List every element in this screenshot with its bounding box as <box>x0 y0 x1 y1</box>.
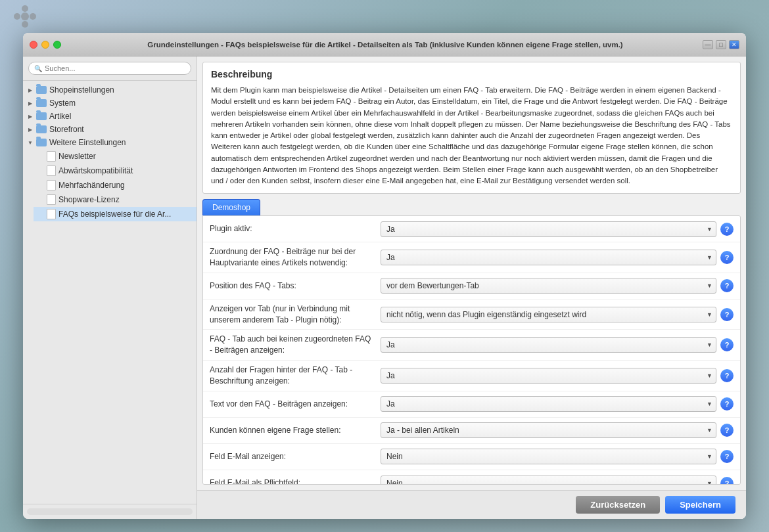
search-input-wrap[interactable]: 🔍 <box>28 62 191 75</box>
settings-row-position-faq-tab: Position des FAQ - Tabs:vor dem Bewertun… <box>203 273 740 299</box>
window-body: 🔍 ▶ Shopeinstellungen ▶ System <box>23 56 746 519</box>
settings-control-faq-tab-keine-beitraege: JaNein▼? <box>381 337 734 353</box>
help-button-plugin-aktiv[interactable]: ? <box>720 223 734 236</box>
file-icon-mehrfach <box>47 180 56 190</box>
sidebar-label-weitere: Weitere Einstellungen <box>49 138 126 147</box>
settings-label-zuordnung-hauptvariante: Zuordnung der FAQ - Beiträge nur bei der… <box>210 246 381 269</box>
window-ctrl-minimize[interactable]: — <box>703 40 713 49</box>
settings-label-position-faq-tab: Position des FAQ - Tabs: <box>210 280 381 292</box>
sidebar-item-storefront[interactable]: ▶ Storefront <box>23 123 197 136</box>
select-plugin-aktiv[interactable]: JaNein <box>381 221 716 237</box>
settings-control-anzahl-fragen-beschriftung: JaNein▼? <box>381 368 734 384</box>
help-button-kunden-frage-stellen[interactable]: ? <box>720 424 734 437</box>
sidebar-item-weitere-einstellungen[interactable]: ▼ Weitere Einstellungen <box>23 136 197 149</box>
folder-icon-shopeinstellungen <box>36 86 47 94</box>
settings-row-feld-email-pflichtfeld: Feld E-Mail als Pflichtfeld:NeinJa▼? <box>203 470 740 485</box>
reset-button[interactable]: Zurücksetzen <box>576 496 660 514</box>
sidebar-item-faqs[interactable]: ▶ FAQs beispielsweise für die Ar... <box>34 207 197 221</box>
sidebar-item-system[interactable]: ▶ System <box>23 97 197 110</box>
search-icon: 🔍 <box>34 65 42 72</box>
tabs-bar: Demoshop <box>197 199 746 215</box>
description-box: Beschreibung Mit dem Plugin kann man bei… <box>202 62 741 194</box>
tree-toggle-weitere: ▼ <box>27 139 34 146</box>
help-button-position-faq-tab[interactable]: ? <box>720 279 734 292</box>
sidebar-item-artikel[interactable]: ▶ Artikel <box>23 110 197 123</box>
main-content: Beschreibung Mit dem Plugin kann man bei… <box>197 56 746 519</box>
sidebar-item-shopware-lizenz[interactable]: ▶ Shopware-Lizenz <box>34 192 197 207</box>
window-ctrl-maximize[interactable]: □ <box>716 40 726 49</box>
svg-point-4 <box>22 21 28 28</box>
select-text-vor-faq[interactable]: JaNein <box>381 396 716 412</box>
settings-control-zuordnung-hauptvariante: JaNein▼? <box>381 250 734 265</box>
search-input[interactable] <box>45 64 185 72</box>
settings-label-anzeigen-vor-tab: Anzeigen vor Tab (nur in Verbindung mit … <box>210 303 381 326</box>
settings-area: Plugin aktiv:JaNein▼?Zuordnung der FAQ -… <box>202 215 741 485</box>
sidebar-bottom <box>23 504 197 519</box>
file-icon-lizenz <box>47 194 56 205</box>
select-zuordnung-hauptvariante[interactable]: JaNein <box>381 250 716 265</box>
settings-row-feld-email-anzeigen: Feld E-Mail anzeigen:NeinJa▼? <box>203 444 740 470</box>
help-button-feld-email-anzeigen[interactable]: ? <box>720 450 734 463</box>
settings-row-kunden-frage-stellen: Kunden können eigene Frage stellen:Ja - … <box>203 418 740 444</box>
settings-label-feld-email-anzeigen: Feld E-Mail anzeigen: <box>210 451 381 462</box>
select-anzeigen-vor-tab[interactable]: nicht nötig, wenn das Plugin eigenständi… <box>381 307 716 322</box>
help-button-anzahl-fragen-beschriftung[interactable]: ? <box>720 369 734 382</box>
select-feld-email-pflichtfeld[interactable]: NeinJa <box>381 476 716 485</box>
sidebar-item-newsletter[interactable]: ▶ Newsletter <box>34 149 197 164</box>
help-button-zuordnung-hauptvariante[interactable]: ? <box>720 251 734 264</box>
select-feld-email-anzeigen[interactable]: NeinJa <box>381 449 716 464</box>
sidebar-scrollbar[interactable] <box>27 508 193 515</box>
select-position-faq-tab[interactable]: vor dem Bewertungen-Tabnach dem Bewertun… <box>381 278 716 294</box>
window-minimize-button[interactable] <box>41 41 49 49</box>
window-maximize-button[interactable] <box>53 41 61 49</box>
sidebar-item-shopeinstellungen[interactable]: ▶ Shopeinstellungen <box>23 83 197 97</box>
settings-label-feld-email-pflichtfeld: Feld E-Mail als Pflichtfeld: <box>210 477 381 485</box>
main-window: Grundeinstellungen - FAQs beispielsweise… <box>23 33 746 519</box>
sidebar-label-lizenz: Shopware-Lizenz <box>58 195 120 204</box>
file-icon-abwaerts <box>47 166 56 176</box>
sidebar-label-newsletter: Newsletter <box>58 152 96 161</box>
settings-control-text-vor-faq: JaNein▼? <box>381 396 734 412</box>
help-button-anzeigen-vor-tab[interactable]: ? <box>720 308 734 321</box>
select-anzahl-fragen-beschriftung[interactable]: JaNein <box>381 368 716 384</box>
help-button-text-vor-faq[interactable]: ? <box>720 397 734 410</box>
select-faq-tab-keine-beitraege[interactable]: JaNein <box>381 337 716 353</box>
sidebar-item-abwaerts[interactable]: ▶ Abwärtskompatibilität <box>34 164 197 178</box>
description-title: Beschreibung <box>211 69 732 79</box>
window-ctrl-close[interactable]: ✕ <box>729 40 739 49</box>
sidebar-item-mehrfach[interactable]: ▶ Mehrfachänderung <box>34 178 197 192</box>
settings-label-faq-tab-keine-beitraege: FAQ - Tab auch bei keinen zugeordneten F… <box>210 334 381 356</box>
select-kunden-frage-stellen[interactable]: Ja - bei allen ArtikelnNein <box>381 422 716 438</box>
window-titlebar: Grundeinstellungen - FAQs beispielsweise… <box>23 33 746 56</box>
search-box: 🔍 <box>23 56 197 81</box>
tree-toggle-artikel: ▶ <box>27 113 34 120</box>
tab-demoshop[interactable]: Demoshop <box>202 199 260 215</box>
window-close-button[interactable] <box>30 41 37 49</box>
settings-row-plugin-aktiv: Plugin aktiv:JaNein▼? <box>203 216 740 242</box>
settings-row-anzahl-fragen-beschriftung: Anzahl der Fragen hinter der FAQ - Tab -… <box>203 361 740 391</box>
save-button[interactable]: Speichern <box>665 496 735 514</box>
folder-icon-weitere <box>36 139 47 146</box>
tree-toggle-storefront: ▶ <box>27 126 34 133</box>
settings-label-text-vor-faq: Text vor den FAQ - Beiträgen anzeigen: <box>210 399 381 410</box>
settings-control-feld-email-pflichtfeld: NeinJa▼? <box>381 476 734 485</box>
sidebar-label-faqs: FAQs beispielsweise für die Ar... <box>58 210 171 219</box>
settings-row-zuordnung-hauptvariante: Zuordnung der FAQ - Beiträge nur bei der… <box>203 242 740 273</box>
settings-label-plugin-aktiv: Plugin aktiv: <box>210 223 381 234</box>
tree-area: ▶ Shopeinstellungen ▶ System ▶ Artikel <box>23 81 197 504</box>
svg-point-0 <box>21 12 29 20</box>
help-button-feld-email-pflichtfeld[interactable]: ? <box>720 477 734 485</box>
folder-icon-storefront <box>36 125 47 133</box>
sidebar-label-system: System <box>49 99 76 108</box>
footer-bar: Zurücksetzen Speichern <box>197 490 746 519</box>
folder-icon-system <box>36 99 47 107</box>
settings-control-feld-email-anzeigen: NeinJa▼? <box>381 449 734 464</box>
file-icon-newsletter <box>47 151 56 162</box>
help-button-faq-tab-keine-beitraege[interactable]: ? <box>720 338 734 351</box>
settings-control-plugin-aktiv: JaNein▼? <box>381 221 734 237</box>
settings-label-kunden-frage-stellen: Kunden können eigene Frage stellen: <box>210 425 381 436</box>
settings-control-anzeigen-vor-tab: nicht nötig, wenn das Plugin eigenständi… <box>381 307 734 322</box>
sidebar-label-abwaerts: Abwärtskompatibilität <box>58 166 133 175</box>
settings-row-text-vor-faq: Text vor den FAQ - Beiträgen anzeigen:Ja… <box>203 391 740 418</box>
settings-row-faq-tab-keine-beitraege: FAQ - Tab auch bei keinen zugeordneten F… <box>203 330 740 361</box>
